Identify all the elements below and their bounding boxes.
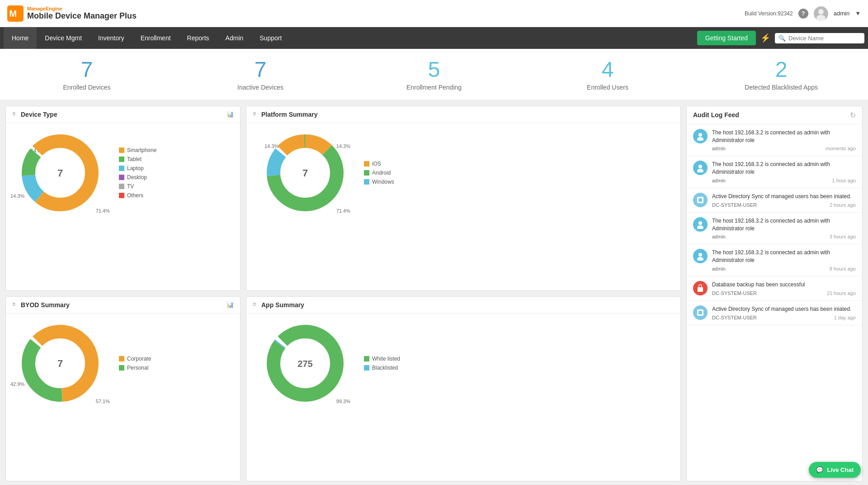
svg-text:7: 7: [302, 167, 308, 179]
stat-enrollment-pending[interactable]: 5 Enrollment Pending: [347, 58, 521, 91]
nav-item-inventory[interactable]: Inventory: [90, 27, 132, 49]
refresh-icon[interactable]: ↻: [850, 111, 856, 119]
stat-enrolled-devices[interactable]: 7 Enrolled Devices: [0, 58, 174, 91]
platform-body: 14.3% 14.3% 71.4% 7 iOS: [246, 123, 680, 223]
chart-icon: 📊: [226, 111, 234, 118]
enrolled-devices-label: Enrolled Devices: [0, 84, 174, 91]
svg-text:275: 275: [297, 359, 312, 369]
audit-time-4: 3 hours ago: [830, 234, 856, 239]
audit-content-6: Database backup has been successful DC-S…: [712, 281, 856, 296]
svg-text:M: M: [9, 9, 17, 19]
audit-text-2: The host 192.168.3.2 is connected as adm…: [712, 161, 856, 176]
inactive-devices-label: Inactive Devices: [174, 84, 347, 91]
audit-user-7: DC-SYSTEM-USER: [712, 315, 757, 320]
nav-item-admin[interactable]: Admin: [217, 27, 252, 49]
gripper-icon-platform: ⠿: [253, 112, 256, 117]
byod-legend: Corporate Personal: [119, 356, 151, 371]
legend-color-desktop: [119, 175, 124, 180]
nav: Home Device Mgmt Inventory Enrollment Re…: [0, 27, 868, 49]
audit-item-4: The host 192.168.3.2 is connected as adm…: [687, 213, 862, 245]
enrolled-devices-number: 7: [0, 58, 174, 82]
legend-smartphone: Smartphone: [119, 147, 156, 153]
legend-windows: Windows: [364, 179, 394, 185]
platform-panel: ⠿ Platform Summary 14.3% 14.3% 71.4% 7: [246, 106, 681, 291]
enrollment-pending-number: 5: [347, 58, 521, 82]
platform-chart: 14.3% 14.3% 71.4% 7: [251, 128, 359, 218]
nav-item-enrollment[interactable]: Enrollment: [132, 27, 179, 49]
live-chat-button[interactable]: 💬 Live Chat: [809, 462, 861, 478]
device-type-panel: ⠿ Device Type 📊 14.3% 14.3% 71.4%: [5, 106, 241, 291]
inactive-devices-number: 7: [174, 58, 347, 82]
getting-started-button[interactable]: Getting Started: [697, 31, 756, 45]
legend-tablet: Tablet: [119, 156, 156, 162]
header-right: Build Version:92342 ? admin ▼: [745, 6, 861, 21]
audit-content-7: Active Directory Sync of managed users h…: [712, 305, 856, 320]
audit-time-5: 8 hours ago: [830, 266, 856, 271]
device-type-legend: Smartphone Tablet Laptop Desktop: [119, 147, 156, 199]
byod-chart: 42.9% 57.1% 7: [6, 318, 114, 409]
stat-inactive-devices[interactable]: 7 Inactive Devices: [174, 58, 347, 91]
audit-user-1: admin: [712, 146, 726, 151]
audit-meta-7: DC-SYSTEM-USER 1 day ago: [712, 315, 856, 320]
legend-color-blacklisted: [364, 365, 369, 371]
platform-header: ⠿ Platform Summary: [246, 106, 680, 123]
audit-text-7: Active Directory Sync of managed users h…: [712, 305, 856, 313]
svg-text:7: 7: [57, 358, 63, 369]
legend-color-smartphone: [119, 147, 124, 153]
audit-meta-3: DC-SYSTEM-USER 2 hours ago: [712, 202, 856, 208]
svg-point-29: [698, 221, 702, 225]
audit-item-5: The host 192.168.3.2 is connected as adm…: [687, 244, 862, 276]
svg-point-24: [697, 137, 703, 141]
device-type-title: ⠿ Device Type: [12, 111, 57, 118]
enrolled-users-number: 4: [521, 58, 694, 82]
svg-point-30: [697, 225, 703, 229]
legend-android: Android: [364, 170, 394, 176]
audit-user-6: DC-SYSTEM-USER: [712, 290, 757, 296]
svg-point-31: [698, 253, 702, 257]
stat-blacklisted-apps[interactable]: 2 Detected Blacklisted Apps: [694, 58, 868, 91]
brand-name: ManageEngine: [27, 6, 137, 11]
gripper-icon-byod: ⠿: [12, 302, 15, 307]
build-version: Build Version:92342: [745, 10, 793, 17]
chat-icon: 💬: [816, 466, 823, 473]
audit-avatar-2: [693, 161, 708, 175]
nav-item-reports[interactable]: Reports: [179, 27, 217, 49]
stat-enrolled-users[interactable]: 4 Enrolled Users: [521, 58, 694, 91]
audit-time-7: 1 day ago: [834, 315, 856, 320]
admin-dropdown-icon[interactable]: ▼: [855, 10, 861, 17]
app-body: 0.7% 99.3% 275 White listed: [246, 314, 680, 413]
audit-content-5: The host 192.168.3.2 is connected as adm…: [712, 249, 856, 271]
brand: M ManageEngine Mobile Device Manager Plu…: [7, 5, 137, 22]
nav-item-device-mgmt[interactable]: Device Mgmt: [37, 27, 90, 49]
admin-name[interactable]: admin: [834, 10, 849, 17]
stats-bar: 7 Enrolled Devices 7 Inactive Devices 5 …: [0, 49, 868, 100]
nav-item-support[interactable]: Support: [251, 27, 290, 49]
flash-icon[interactable]: ⚡: [756, 33, 775, 43]
help-icon[interactable]: ?: [798, 9, 808, 19]
audit-item-7: Active Directory Sync of managed users h…: [687, 301, 862, 325]
audit-avatar-5: [693, 249, 708, 263]
audit-avatar-3: [693, 193, 708, 207]
app-legend: White listed Blacklisted: [364, 356, 400, 371]
legend-color-android: [364, 170, 369, 176]
live-chat-label: Live Chat: [827, 466, 854, 473]
search-input[interactable]: [788, 35, 861, 42]
audit-item-2: The host 192.168.3.2 is connected as adm…: [687, 156, 862, 188]
nav-item-home[interactable]: Home: [4, 27, 37, 49]
audit-time-3: 2 hours ago: [830, 202, 856, 208]
left-column: ⠿ Device Type 📊 14.3% 14.3% 71.4%: [5, 106, 241, 481]
nav-search: 🔍: [775, 33, 864, 43]
search-icon: 🔍: [778, 35, 786, 42]
audit-avatar-1: [693, 129, 708, 143]
audit-time-6: 21 hours ago: [827, 290, 856, 296]
audit-text-3: Active Directory Sync of managed users h…: [712, 193, 856, 200]
audit-meta-4: admin 3 hours ago: [712, 234, 856, 239]
legend-whitelisted: White listed: [364, 356, 400, 362]
byod-title: ⠿ BYOD Summary: [12, 301, 70, 309]
legend-laptop: Laptop: [119, 165, 156, 171]
audit-user-4: admin: [712, 234, 726, 239]
audit-meta-5: admin 8 hours ago: [712, 266, 856, 271]
legend-color-laptop: [119, 166, 124, 171]
audit-log-list: The host 192.168.3.2 is connected as adm…: [687, 124, 862, 479]
byod-header: ⠿ BYOD Summary 📊: [6, 297, 240, 314]
